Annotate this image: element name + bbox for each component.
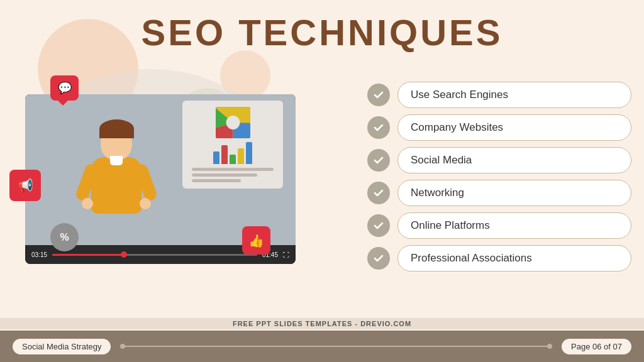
person-body [91, 157, 142, 214]
checklist-item-4[interactable]: Networking [367, 180, 631, 206]
checklist-label-3: Social Media [397, 147, 631, 173]
fullscreen-icon[interactable]: ⛶ [283, 251, 289, 258]
video-time-start: 03:15 [31, 251, 47, 258]
checkmark-icon-6 [373, 253, 384, 264]
gear-percent-icon: % [50, 223, 79, 251]
checkmark-icon-4 [373, 187, 384, 199]
footer: Social Media Strategy Page 06 of 07 [0, 331, 644, 362]
svg-point-4 [226, 116, 240, 129]
checkmark-icon-1 [373, 89, 384, 101]
chat-icon: 💬 [50, 75, 79, 101]
video-container: 💬 📢 [19, 82, 308, 270]
footer-line [120, 346, 552, 347]
check-circle-1 [367, 84, 390, 106]
footer-left-label: Social Media Strategy [13, 339, 111, 354]
person-hair [99, 119, 134, 138]
checkmark-icon-3 [373, 155, 384, 166]
checkmark-icon-5 [373, 220, 384, 231]
thumbsup-icon: 👍 [242, 226, 270, 255]
checklist-label-5: Online Platforms [397, 212, 631, 239]
video-screen [25, 94, 296, 245]
bar-chart-mini [213, 142, 252, 164]
checklist-item-1[interactable]: Use Search Engines [367, 82, 631, 108]
progress-bar[interactable] [52, 254, 257, 256]
check-circle-4 [367, 182, 390, 204]
checklist: Use Search Engines Company Websites Soci… [367, 82, 631, 272]
person-hand-right [140, 198, 151, 209]
checklist-label-1: Use Search Engines [397, 82, 631, 108]
progress-fill [52, 254, 124, 256]
check-circle-3 [367, 149, 390, 172]
person-collar [110, 156, 123, 165]
checklist-item-6[interactable]: Professional Associations [367, 245, 631, 272]
footer-dot-end [547, 344, 552, 349]
person-hand-left [82, 198, 93, 209]
board-text-lines [189, 168, 277, 182]
checkmark-icon-2 [373, 122, 384, 133]
checklist-item-3[interactable]: Social Media [367, 147, 631, 173]
checklist-item-5[interactable]: Online Platforms [367, 212, 631, 239]
checklist-label-2: Company Websites [397, 114, 631, 141]
footer-dot-start [120, 344, 125, 349]
megaphone-icon: 📢 [9, 170, 41, 201]
progress-dot [121, 251, 127, 258]
slide: SEO TECHNIQUES 💬 📢 [0, 0, 644, 362]
checklist-label-4: Networking [397, 180, 631, 206]
slide-title: SEO TECHNIQUES [0, 11, 644, 53]
checklist-item-2[interactable]: Company Websites [367, 114, 631, 141]
presentation-board [182, 101, 283, 189]
footer-progress-dots [120, 346, 552, 347]
footer-page-label: Page 06 of 07 [562, 339, 631, 354]
watermark: FREE PPT SLIDES TEMPLATES - DREVIO.COM [0, 318, 644, 329]
pie-chart [216, 107, 250, 138]
character [75, 113, 157, 245]
check-circle-2 [367, 116, 390, 139]
check-circle-6 [367, 247, 390, 270]
check-circle-5 [367, 214, 390, 237]
checklist-label-6: Professional Associations [397, 245, 631, 272]
